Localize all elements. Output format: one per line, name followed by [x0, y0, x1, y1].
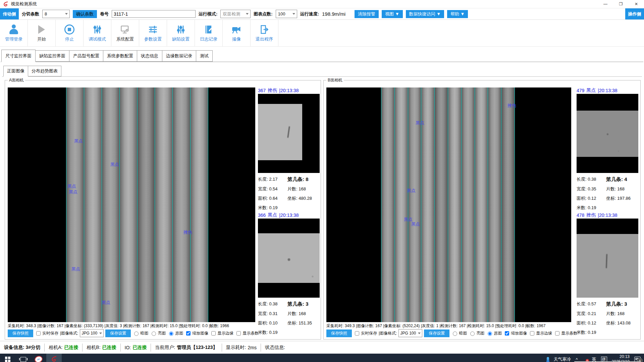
- save-settings-button[interactable]: 保存设置: [424, 329, 449, 337]
- start-button[interactable]: 开始: [28, 20, 56, 46]
- pinned-app-button[interactable]: ✂: [31, 354, 46, 362]
- title-bar: 视觉检测系统 — ❐ ✕: [0, 0, 644, 8]
- sub-tab-strip: 正面图像 分布趋势图表: [0, 62, 644, 76]
- tab-defect-monitor[interactable]: 缺陷监控界面: [36, 50, 69, 62]
- image-format-select[interactable]: JPG 100: [398, 329, 422, 337]
- panel-b-groupbox: B面相机 挫伤 黑点 黑点 黑点 黑点 479 黑点 |20:13:38: [323, 80, 641, 340]
- zoom-image-checkbox[interactable]: [186, 331, 191, 336]
- data-quick-access-menu-button[interactable]: 数据快捷访问 ▼: [406, 10, 444, 18]
- dark-image-radio[interactable]: [134, 331, 139, 336]
- admin-login-label: 管理登录: [5, 36, 22, 42]
- defect-pieces: 168: [617, 186, 625, 191]
- subtab-distribution-trend-chart[interactable]: 分布趋势图表: [28, 66, 61, 76]
- defect-mark: 黑点: [69, 189, 77, 195]
- defect-id: 367: [258, 88, 266, 93]
- defect-strip-no: 3: [624, 301, 627, 307]
- tab-product-model-config[interactable]: 产品型号配置: [69, 50, 103, 62]
- tab-test[interactable]: 测试: [196, 50, 213, 62]
- log-record-button[interactable]: 日志记录: [195, 20, 223, 46]
- defect-mark: 黑点: [416, 120, 424, 126]
- defect-mark: 黑点: [411, 221, 420, 227]
- view-menu-button[interactable]: 视图 ▼: [382, 10, 402, 18]
- bright-image-radio[interactable]: [470, 331, 475, 336]
- defect-settings-label: 缺陷设置: [172, 36, 190, 42]
- image-format-select[interactable]: JPG 100: [80, 329, 104, 337]
- defect-thumbnail: [577, 94, 638, 173]
- tab-status-info[interactable]: 状态信息: [137, 50, 162, 62]
- original-image-radio[interactable]: [169, 331, 173, 336]
- defect-length: 2.17: [269, 177, 277, 182]
- start-menu-button[interactable]: [0, 354, 15, 362]
- camera-b-status: 已连接: [102, 345, 116, 351]
- admin-login-button[interactable]: 管理登录: [0, 20, 28, 46]
- show-count-checkbox[interactable]: [555, 331, 559, 336]
- capture-button[interactable]: 撮像: [223, 20, 251, 46]
- stop-button[interactable]: 停止: [56, 20, 84, 46]
- defect-pieces: 168: [299, 186, 306, 191]
- slit-count-select[interactable]: 8: [42, 10, 70, 18]
- clear-alarm-button[interactable]: 清除报警: [355, 10, 379, 18]
- run-mode-select[interactable]: 双面检测: [220, 10, 251, 18]
- param-settings-button[interactable]: 参数设置: [139, 20, 167, 46]
- zoom-image-checkbox[interactable]: [505, 331, 509, 336]
- defect-length: 0.38: [269, 301, 277, 306]
- dark-image-radio[interactable]: [453, 331, 457, 336]
- image-format-label: |图像格式:: [60, 330, 78, 336]
- task-view-button[interactable]: [15, 354, 31, 362]
- scissors-app-icon: ✂: [34, 355, 43, 362]
- defect-thumbnail: [258, 94, 320, 173]
- maximize-button[interactable]: ❐: [613, 0, 629, 8]
- operation-side-button[interactable]: 操作侧: [625, 8, 644, 19]
- chevron-down-icon: [292, 13, 295, 15]
- system-config-button[interactable]: 系统配置: [111, 20, 139, 46]
- show-count-checkbox[interactable]: [236, 331, 241, 336]
- camera-b-controls: 保存快照 实时保存 |图像格式: JPG 100 保存设置 暗图 亮图 原图 缩…: [326, 329, 577, 337]
- confirm-count-button[interactable]: 确认条数: [73, 10, 97, 18]
- show-edge-checkbox[interactable]: [211, 331, 216, 336]
- help-menu-button[interactable]: 帮助 ▼: [447, 10, 468, 18]
- realtime-save-checkbox[interactable]: [36, 331, 41, 336]
- stop-label: 停止: [65, 36, 74, 42]
- defect-width: 0.21: [588, 311, 596, 316]
- active-app-button[interactable]: [46, 354, 62, 362]
- save-snapshot-button[interactable]: 保存快照: [326, 329, 352, 337]
- defect-settings-button[interactable]: 缺陷设置: [167, 20, 195, 46]
- minimize-button[interactable]: —: [598, 0, 613, 8]
- tab-system-param-config[interactable]: 系统参数配置: [103, 50, 137, 62]
- clock[interactable]: 20:13 2025/2/10: [612, 354, 630, 362]
- user-icon: [9, 24, 18, 35]
- tab-size-monitor[interactable]: 尺寸监控界面: [1, 50, 36, 62]
- close-button[interactable]: ✕: [629, 0, 644, 8]
- defect-id: 479: [577, 88, 584, 93]
- slit-count-value: 8: [45, 11, 47, 16]
- save-snapshot-button[interactable]: 保存快照: [8, 329, 33, 337]
- defect-meter: 0.19: [588, 205, 596, 210]
- transmission-side-button[interactable]: 传动侧: [0, 8, 19, 19]
- camera-a-stats-line: 采集耗时: 348.3 |图像计数: 167 |像素坐标: (333,7139)…: [8, 323, 253, 329]
- slit-count-label: 分切条数: [22, 11, 39, 17]
- show-edge-checkbox[interactable]: [530, 331, 534, 336]
- bright-image-radio[interactable]: [152, 331, 156, 336]
- volume-muted-icon[interactable]: ✕: [583, 357, 587, 361]
- realtime-save-label: 实时保存: [42, 330, 58, 336]
- video-camera-icon: [231, 24, 241, 35]
- chevron-down-icon: [65, 13, 68, 15]
- exit-program-button[interactable]: 退出程序: [251, 20, 278, 46]
- roll-number-input[interactable]: [112, 10, 196, 18]
- chart-points-select[interactable]: 100: [276, 10, 297, 18]
- save-settings-button[interactable]: 保存设置: [105, 329, 131, 337]
- system-config-label: 系统配置: [116, 36, 134, 42]
- defect-id: 478: [577, 213, 584, 218]
- capture-label: 撮像: [232, 36, 241, 42]
- realtime-save-checkbox[interactable]: [355, 331, 359, 336]
- debug-mode-button[interactable]: 调试模式: [84, 20, 111, 46]
- subtab-front-image[interactable]: 正面图像: [3, 66, 28, 77]
- window-title: 视觉检测系统: [11, 1, 37, 7]
- original-image-radio[interactable]: [488, 331, 492, 336]
- log-record-label: 日志记录: [200, 36, 217, 42]
- defect-type: 黑点: [268, 212, 277, 218]
- notebook-pencil-icon: [204, 24, 213, 35]
- tab-edge-data-record[interactable]: 边缘数据记录: [162, 50, 196, 62]
- defect-type: 挫伤: [586, 212, 596, 218]
- weather-text[interactable]: 天气寒冷: [554, 356, 571, 362]
